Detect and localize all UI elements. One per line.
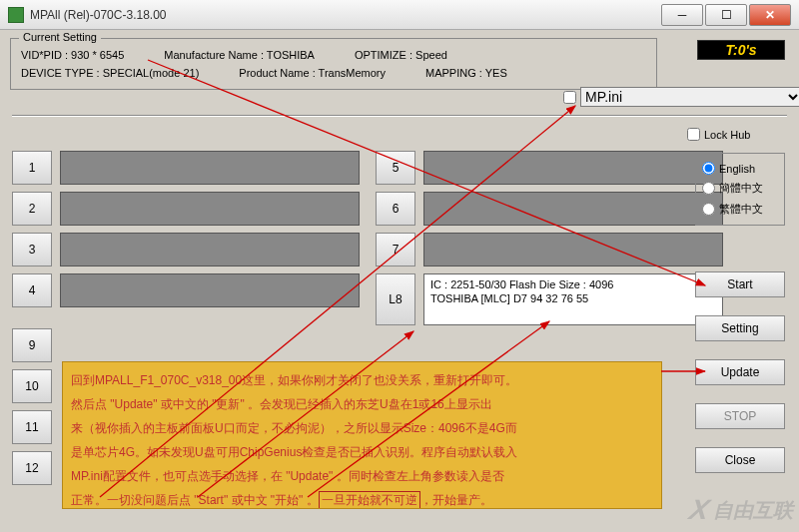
config-file-checkbox[interactable] [563, 91, 576, 104]
lang-simplified-radio[interactable] [702, 182, 715, 195]
lang-traditional-radio[interactable] [702, 203, 715, 216]
lock-hub-label: Lock Hub [704, 129, 750, 141]
slot-display-1 [60, 151, 360, 185]
slot-button-11[interactable]: 11 [12, 410, 52, 444]
current-setting-group: Current Setting VID*PID : 930 * 6545 Man… [10, 38, 657, 90]
slot-display-l8: IC : 2251-50/30 Flash Die Size : 4096 TO… [423, 273, 723, 325]
slot-button-5[interactable]: 5 [376, 151, 415, 185]
update-button[interactable]: Update [695, 359, 785, 385]
slot-display-6 [423, 192, 723, 226]
flash-info: TOSHIBA [MLC] D7 94 32 76 55 [430, 291, 716, 305]
close-button[interactable]: Close [695, 447, 785, 473]
watermark: X自由互联 [690, 494, 793, 526]
timer-display: T:0's [697, 40, 785, 60]
slot-button-3[interactable]: 3 [12, 233, 52, 266]
divider [12, 115, 787, 117]
manufacture-label: Manufacture Name : TOSHIBA [164, 49, 315, 61]
slot-button-6[interactable]: 6 [376, 192, 415, 226]
slot-button-7[interactable]: 7 [376, 233, 415, 266]
instruction-overlay: 回到MPALL_F1_070C_v318_00这里，如果你刚才关闭了也没关系，重… [62, 361, 662, 509]
slot-button-9[interactable]: 9 [12, 328, 52, 362]
vid-pid-label: VID*PID : 930 * 6545 [21, 49, 124, 61]
slot-button-l8[interactable]: L8 [376, 273, 415, 325]
minimize-button[interactable]: ─ [661, 4, 703, 26]
slot-display-3 [60, 233, 360, 266]
mapping-label: MAPPING : YES [425, 67, 507, 79]
language-group: English 簡體中文 繁體中文 [695, 153, 785, 226]
slot-display-2 [60, 192, 360, 226]
slot-display-7 [423, 233, 723, 266]
optimize-label: OPTIMIZE : Speed [355, 49, 447, 61]
current-setting-legend: Current Setting [19, 31, 101, 43]
lock-hub-checkbox[interactable] [687, 128, 700, 141]
setting-button[interactable]: Setting [695, 315, 785, 341]
slot-display-4 [60, 273, 360, 307]
slot-display-5 [423, 151, 723, 185]
lang-english-radio[interactable] [702, 162, 715, 175]
slot-button-1[interactable]: 1 [12, 151, 52, 185]
stop-button: STOP [695, 403, 785, 429]
app-icon [8, 7, 24, 23]
warning-highlight: 一旦开始就不可逆 [319, 491, 420, 509]
ic-info: IC : 2251-50/30 Flash Die Size : 4096 [430, 277, 716, 291]
maximize-button[interactable]: ☐ [705, 4, 747, 26]
device-type-label: DEVICE TYPE : SPECIAL(mode 21) [21, 67, 199, 79]
slot-button-4[interactable]: 4 [12, 273, 52, 307]
slot-button-10[interactable]: 10 [12, 369, 52, 403]
slot-button-2[interactable]: 2 [12, 192, 52, 226]
close-window-button[interactable]: ✕ [749, 4, 791, 26]
start-button[interactable]: Start [695, 271, 785, 297]
slot-button-12[interactable]: 12 [12, 451, 52, 485]
config-file-select[interactable]: MP.ini [580, 87, 799, 107]
window-title: MPAll (Rel)-070C-3.18.00 [30, 8, 659, 22]
product-name-label: Product Name : TransMemory [239, 67, 386, 79]
